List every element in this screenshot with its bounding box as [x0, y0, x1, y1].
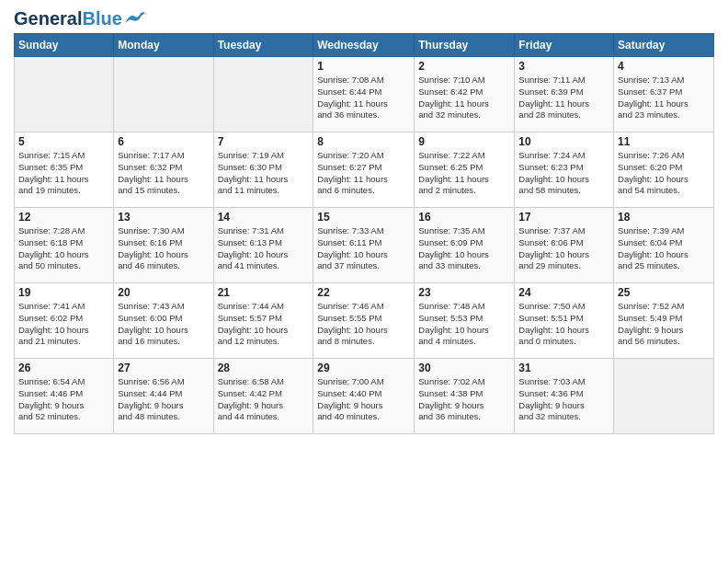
day-number: 25 [618, 286, 710, 299]
calendar-week-row: 12Sunrise: 7:28 AM Sunset: 6:18 PM Dayli… [15, 208, 714, 283]
calendar-cell: 29Sunrise: 7:00 AM Sunset: 4:40 PM Dayli… [313, 359, 415, 434]
day-info: Sunrise: 7:28 AM Sunset: 6:18 PM Dayligh… [18, 225, 109, 272]
day-number: 7 [218, 135, 310, 148]
day-number: 13 [118, 211, 209, 224]
calendar-cell: 11Sunrise: 7:26 AM Sunset: 6:20 PM Dayli… [614, 132, 714, 208]
calendar-cell: 26Sunrise: 6:54 AM Sunset: 4:46 PM Dayli… [15, 359, 114, 434]
calendar-cell: 13Sunrise: 7:30 AM Sunset: 6:16 PM Dayli… [114, 208, 213, 283]
day-number: 10 [518, 135, 609, 148]
calendar-cell: 8Sunrise: 7:20 AM Sunset: 6:27 PM Daylig… [313, 132, 415, 208]
calendar-cell: 15Sunrise: 7:33 AM Sunset: 6:11 PM Dayli… [313, 208, 415, 283]
day-number: 26 [18, 362, 109, 374]
day-number: 15 [317, 211, 410, 224]
day-info: Sunrise: 7:46 AM Sunset: 5:55 PM Dayligh… [317, 301, 410, 348]
day-info: Sunrise: 7:17 AM Sunset: 6:32 PM Dayligh… [118, 150, 209, 197]
day-info: Sunrise: 7:20 AM Sunset: 6:27 PM Dayligh… [317, 150, 410, 197]
day-number: 24 [518, 286, 609, 299]
calendar-cell: 22Sunrise: 7:46 AM Sunset: 5:55 PM Dayli… [313, 283, 415, 359]
day-info: Sunrise: 7:37 AM Sunset: 6:06 PM Dayligh… [518, 225, 609, 272]
calendar-week-row: 1Sunrise: 7:08 AM Sunset: 6:44 PM Daylig… [15, 57, 714, 132]
day-number: 30 [418, 362, 510, 374]
day-number: 23 [418, 286, 510, 299]
day-info: Sunrise: 7:03 AM Sunset: 4:36 PM Dayligh… [518, 376, 609, 423]
day-info: Sunrise: 7:44 AM Sunset: 5:57 PM Dayligh… [218, 301, 310, 348]
calendar-cell: 21Sunrise: 7:44 AM Sunset: 5:57 PM Dayli… [213, 283, 313, 359]
calendar-cell [15, 57, 114, 132]
day-number: 31 [518, 362, 609, 374]
day-number: 22 [317, 286, 410, 299]
day-info: Sunrise: 7:48 AM Sunset: 5:53 PM Dayligh… [418, 301, 510, 348]
weekday-header-wednesday: Wednesday [313, 34, 415, 57]
logo: GeneralBlue [14, 9, 145, 28]
day-info: Sunrise: 7:43 AM Sunset: 6:00 PM Dayligh… [118, 301, 209, 348]
calendar-cell: 6Sunrise: 7:17 AM Sunset: 6:32 PM Daylig… [114, 132, 213, 208]
calendar-cell: 28Sunrise: 6:58 AM Sunset: 4:42 PM Dayli… [213, 359, 313, 434]
weekday-header-tuesday: Tuesday [213, 34, 313, 57]
day-number: 21 [218, 286, 310, 299]
day-number: 18 [618, 211, 710, 224]
calendar-cell: 27Sunrise: 6:56 AM Sunset: 4:44 PM Dayli… [114, 359, 213, 434]
calendar-cell [213, 57, 313, 132]
logo-bird-icon [125, 11, 145, 26]
calendar-cell: 25Sunrise: 7:52 AM Sunset: 5:49 PM Dayli… [614, 283, 714, 359]
page-header: GeneralBlue [14, 9, 714, 28]
weekday-header-sunday: Sunday [15, 34, 114, 57]
day-number: 20 [118, 286, 209, 299]
day-info: Sunrise: 7:15 AM Sunset: 6:35 PM Dayligh… [18, 150, 109, 197]
calendar-cell: 30Sunrise: 7:02 AM Sunset: 4:38 PM Dayli… [415, 359, 515, 434]
weekday-header-saturday: Saturday [614, 34, 714, 57]
day-number: 28 [218, 362, 310, 374]
calendar-cell [614, 359, 714, 434]
day-info: Sunrise: 6:56 AM Sunset: 4:44 PM Dayligh… [118, 376, 209, 423]
calendar-cell: 2Sunrise: 7:10 AM Sunset: 6:42 PM Daylig… [415, 57, 515, 132]
calendar-cell: 3Sunrise: 7:11 AM Sunset: 6:39 PM Daylig… [515, 57, 614, 132]
day-info: Sunrise: 7:50 AM Sunset: 5:51 PM Dayligh… [518, 301, 609, 348]
day-info: Sunrise: 7:00 AM Sunset: 4:40 PM Dayligh… [317, 376, 410, 423]
calendar-cell: 14Sunrise: 7:31 AM Sunset: 6:13 PM Dayli… [213, 208, 313, 283]
day-info: Sunrise: 7:13 AM Sunset: 6:37 PM Dayligh… [618, 75, 710, 121]
calendar-cell: 19Sunrise: 7:41 AM Sunset: 6:02 PM Dayli… [15, 283, 114, 359]
day-info: Sunrise: 7:11 AM Sunset: 6:39 PM Dayligh… [518, 75, 609, 121]
day-number: 16 [418, 211, 510, 224]
day-info: Sunrise: 7:35 AM Sunset: 6:09 PM Dayligh… [418, 225, 510, 272]
day-info: Sunrise: 7:22 AM Sunset: 6:25 PM Dayligh… [418, 150, 510, 197]
calendar-cell: 24Sunrise: 7:50 AM Sunset: 5:51 PM Dayli… [515, 283, 614, 359]
day-info: Sunrise: 7:52 AM Sunset: 5:49 PM Dayligh… [618, 301, 710, 348]
calendar-week-row: 5Sunrise: 7:15 AM Sunset: 6:35 PM Daylig… [15, 132, 714, 208]
day-number: 11 [618, 135, 710, 148]
calendar-cell: 12Sunrise: 7:28 AM Sunset: 6:18 PM Dayli… [15, 208, 114, 283]
calendar-cell: 31Sunrise: 7:03 AM Sunset: 4:36 PM Dayli… [515, 359, 614, 434]
weekday-header-friday: Friday [515, 34, 614, 57]
day-info: Sunrise: 7:19 AM Sunset: 6:30 PM Dayligh… [218, 150, 310, 197]
day-info: Sunrise: 7:41 AM Sunset: 6:02 PM Dayligh… [18, 301, 109, 348]
calendar-cell: 23Sunrise: 7:48 AM Sunset: 5:53 PM Dayli… [415, 283, 515, 359]
calendar-cell: 9Sunrise: 7:22 AM Sunset: 6:25 PM Daylig… [415, 132, 515, 208]
day-info: Sunrise: 7:10 AM Sunset: 6:42 PM Dayligh… [418, 75, 510, 121]
calendar-cell: 20Sunrise: 7:43 AM Sunset: 6:00 PM Dayli… [114, 283, 213, 359]
weekday-header-row: SundayMondayTuesdayWednesdayThursdayFrid… [15, 34, 714, 57]
logo-text: GeneralBlue [14, 9, 122, 28]
calendar-cell: 4Sunrise: 7:13 AM Sunset: 6:37 PM Daylig… [614, 57, 714, 132]
day-info: Sunrise: 7:26 AM Sunset: 6:20 PM Dayligh… [618, 150, 710, 197]
weekday-header-monday: Monday [114, 34, 213, 57]
calendar-cell: 1Sunrise: 7:08 AM Sunset: 6:44 PM Daylig… [313, 57, 415, 132]
calendar-week-row: 26Sunrise: 6:54 AM Sunset: 4:46 PM Dayli… [15, 359, 714, 434]
day-number: 4 [618, 60, 710, 73]
day-number: 12 [18, 211, 109, 224]
day-info: Sunrise: 6:54 AM Sunset: 4:46 PM Dayligh… [18, 376, 109, 423]
calendar-week-row: 19Sunrise: 7:41 AM Sunset: 6:02 PM Dayli… [15, 283, 714, 359]
calendar-cell: 17Sunrise: 7:37 AM Sunset: 6:06 PM Dayli… [515, 208, 614, 283]
day-number: 14 [218, 211, 310, 224]
day-info: Sunrise: 7:30 AM Sunset: 6:16 PM Dayligh… [118, 225, 209, 272]
day-number: 2 [418, 60, 510, 73]
day-number: 9 [418, 135, 510, 148]
day-number: 8 [317, 135, 410, 148]
day-number: 6 [118, 135, 209, 148]
day-number: 5 [18, 135, 109, 148]
day-info: Sunrise: 6:58 AM Sunset: 4:42 PM Dayligh… [218, 376, 310, 423]
weekday-header-thursday: Thursday [415, 34, 515, 57]
day-number: 1 [317, 60, 410, 73]
calendar-cell [114, 57, 213, 132]
day-number: 3 [518, 60, 609, 73]
day-number: 19 [18, 286, 109, 299]
